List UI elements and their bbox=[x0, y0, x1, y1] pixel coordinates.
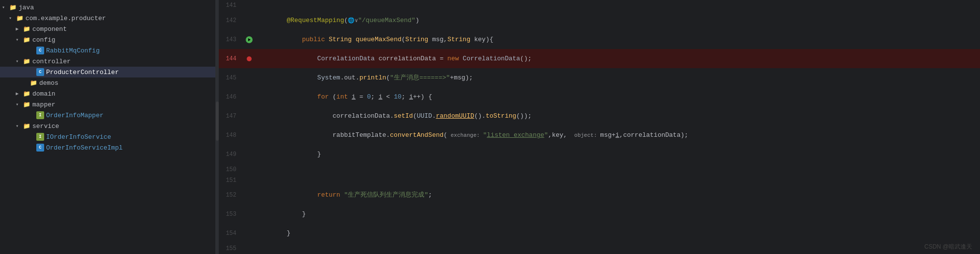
class-correlationdata: CorrelationData bbox=[317, 55, 375, 62]
line-number-154: 154 bbox=[219, 228, 244, 239]
label-java: java bbox=[19, 4, 34, 11]
line-number-150: 150 bbox=[219, 164, 244, 175]
line-number-146: 146 bbox=[219, 92, 244, 102]
tree-item-component[interactable]: ▶ 📁 component bbox=[0, 24, 215, 34]
line-number-149: 149 bbox=[219, 149, 244, 160]
java-c-icon-productercontroller: C bbox=[36, 68, 44, 76]
arrow-service: ▾ bbox=[16, 123, 23, 129]
line-number-147: 147 bbox=[219, 111, 244, 122]
label-controller: controller bbox=[32, 58, 71, 65]
type-string: String bbox=[329, 36, 352, 43]
label-productercontroller: ProducterController bbox=[46, 69, 119, 76]
tree-item-java[interactable]: ▾ 📁 java bbox=[0, 2, 215, 13]
line-number-142: 142 bbox=[219, 15, 244, 26]
code-editor: 141 142 @RequestMapping(🌐∨"/queueMaxSend… bbox=[219, 0, 980, 254]
folder-icon-java: 📁 bbox=[9, 3, 17, 11]
code-line-154: 154 } bbox=[219, 224, 980, 243]
folder-icon-controller: 📁 bbox=[23, 57, 30, 65]
tree-item-domain[interactable]: ▶ 📁 domain bbox=[0, 88, 215, 99]
code-line-149: 149 } bbox=[219, 145, 980, 164]
label-domain: domain bbox=[32, 90, 55, 98]
tree-item-com-example[interactable]: ▾ 📁 com.example.producter bbox=[0, 13, 215, 24]
line-number-152: 152 bbox=[219, 190, 244, 201]
code-content: 141 142 @RequestMapping(🌐∨"/queueMaxSend… bbox=[219, 0, 980, 254]
tree-item-demos[interactable]: 📁 demos bbox=[0, 77, 215, 88]
arrow-mapper: ▾ bbox=[16, 102, 23, 107]
java-c-icon-orderinfoserviceimpl: C bbox=[36, 144, 44, 152]
tree-item-mapper[interactable]: ▾ 📁 mapper bbox=[0, 99, 215, 110]
java-i-icon-orderinfomapper: I bbox=[36, 111, 44, 119]
folder-icon-component: 📁 bbox=[23, 25, 30, 33]
code-line-155: 155 bbox=[219, 243, 980, 254]
label-service: service bbox=[32, 123, 59, 130]
run-indicator-143 bbox=[246, 36, 253, 43]
tree-item-controller[interactable]: ▾ 📁 controller bbox=[0, 56, 215, 67]
label-orderinfoserviceimpl: OrderInfoServiceImpl bbox=[46, 144, 123, 152]
chevron-icon: ∨ bbox=[355, 18, 358, 24]
folder-icon-com-example: 📁 bbox=[16, 14, 24, 22]
java-c-icon-rabbitmqconfig: C bbox=[36, 47, 44, 54]
tree-item-iorderinfoservice[interactable]: I IOrderInfoService bbox=[0, 131, 215, 142]
gutter-144 bbox=[244, 56, 254, 61]
tree-item-productercontroller[interactable]: C ProducterController bbox=[0, 67, 215, 77]
arrow-java: ▾ bbox=[2, 4, 9, 10]
label-component: component bbox=[32, 25, 67, 33]
line-number-148: 148 bbox=[219, 130, 244, 141]
tree-item-orderinfomapper[interactable]: I OrderInfoMapper bbox=[0, 110, 215, 121]
file-tree[interactable]: ▾ 📁 java ▾ 📁 com.example.producter ▶ 📁 c… bbox=[0, 0, 216, 254]
label-config: config bbox=[32, 36, 55, 44]
line-number-151: 151 bbox=[219, 175, 244, 186]
line-number-143: 143 bbox=[219, 34, 244, 45]
arrow-domain: ▶ bbox=[16, 91, 23, 97]
line-number-153: 153 bbox=[219, 209, 244, 220]
indent-143 bbox=[286, 36, 302, 43]
label-com-example: com.example.producter bbox=[26, 15, 106, 22]
gutter-143 bbox=[244, 36, 254, 43]
tree-item-rabbitmqconfig[interactable]: C RabbitMqConfig bbox=[0, 45, 215, 56]
folder-icon-demos: 📁 bbox=[29, 79, 37, 87]
globe-icon: 🌐 bbox=[348, 18, 355, 24]
string-queueMaxSend: "/queueMaxSend" bbox=[358, 17, 415, 24]
csdn-watermark: CSDN @暗武逢天 bbox=[924, 243, 972, 251]
folder-icon-domain: 📁 bbox=[23, 90, 30, 98]
line-number-144: 144 bbox=[219, 53, 244, 64]
code-line-150: 150 bbox=[219, 164, 980, 175]
paren-close: ) bbox=[415, 17, 419, 24]
arrow-config: ▾ bbox=[16, 37, 23, 43]
tree-item-config[interactable]: ▾ 📁 config bbox=[0, 34, 215, 45]
label-demos: demos bbox=[39, 79, 58, 87]
param-hint-object: object: bbox=[571, 132, 600, 138]
arrow-component: ▶ bbox=[16, 26, 23, 32]
label-iorderinfoservice: IOrderInfoService bbox=[46, 133, 111, 141]
kw-public: public bbox=[302, 36, 325, 43]
line-number-145: 145 bbox=[219, 73, 244, 83]
line-number-141: 141 bbox=[219, 0, 244, 11]
tree-item-service[interactable]: ▾ 📁 service bbox=[0, 121, 215, 131]
folder-icon-config: 📁 bbox=[23, 36, 30, 44]
folder-icon-service: 📁 bbox=[23, 122, 30, 130]
arrow-controller: ▾ bbox=[16, 58, 23, 64]
arrow-com-example: ▾ bbox=[9, 15, 16, 21]
java-i-icon-iorderinfoservice: I bbox=[36, 133, 44, 141]
folder-icon-mapper: 📁 bbox=[23, 101, 30, 108]
svg-marker-0 bbox=[248, 38, 251, 41]
label-rabbitmqconfig: RabbitMqConfig bbox=[46, 47, 100, 54]
breakpoint-144[interactable] bbox=[247, 56, 252, 61]
param-hint-exchange: exchange: bbox=[447, 132, 483, 138]
label-orderinfomapper: OrderInfoMapper bbox=[46, 112, 103, 119]
line-number-155: 155 bbox=[219, 243, 244, 254]
tree-item-orderinfoserviceimpl[interactable]: C OrderInfoServiceImpl bbox=[0, 142, 215, 153]
annotation-name: RequestMapping bbox=[290, 17, 344, 24]
fn-queueMaxSend: queueMaxSend bbox=[356, 36, 402, 43]
label-mapper: mapper bbox=[32, 101, 55, 108]
